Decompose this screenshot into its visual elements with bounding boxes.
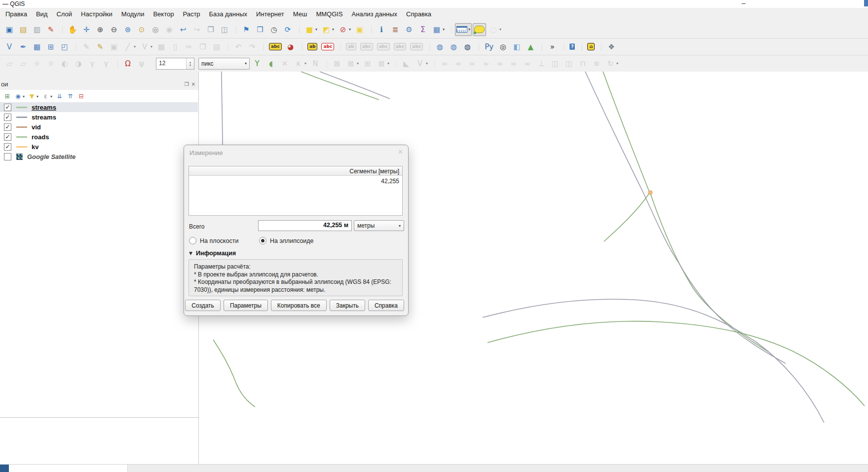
- blob-tool-5-button[interactable]: ∞: [493, 57, 506, 70]
- adv-tool-n-button[interactable]: N: [309, 57, 322, 70]
- zoom-full-button[interactable]: ⊛: [121, 23, 134, 36]
- node-tool-2-button[interactable]: V ▾: [414, 57, 429, 70]
- radio-planimetric[interactable]: На плоскости: [189, 237, 238, 244]
- identify-features-button[interactable]: ℹ: [375, 23, 388, 36]
- layout-manager-button[interactable]: ▥: [31, 23, 43, 36]
- total-value-field[interactable]: 42,255 м: [258, 220, 352, 231]
- layer-item[interactable]: ✓ roads: [0, 132, 198, 142]
- menu-item[interactable]: MMQGIS: [311, 8, 347, 21]
- split-tool-button[interactable]: ⊥: [535, 57, 548, 70]
- help-contents-button[interactable]: ?: [567, 40, 577, 53]
- trace-tool-button[interactable]: ≋: [590, 57, 603, 70]
- search-locator-button[interactable]: ◌ ▾: [487, 23, 503, 36]
- info-collapsible-header[interactable]: ▼ Информация: [189, 250, 236, 257]
- configuration-button[interactable]: Параметры: [224, 300, 268, 311]
- plugin-cad-board-button[interactable]: ▦: [31, 40, 43, 53]
- change-label-button[interactable]: abc: [409, 40, 424, 53]
- dropdown-arrow-icon[interactable]: ▾: [151, 44, 152, 49]
- float-panel-icon[interactable]: ❐: [185, 82, 189, 87]
- layer-checkbox[interactable]: ✓: [4, 143, 11, 151]
- merge-tool-1-button[interactable]: ◫: [549, 57, 562, 70]
- style-manager-button[interactable]: ✎: [44, 23, 57, 36]
- zoom-out-button[interactable]: ⊖: [108, 23, 120, 36]
- menu-item[interactable]: Растр: [178, 8, 204, 21]
- select-features-button[interactable]: ■ ▾: [303, 23, 319, 36]
- adv-tool-k-button[interactable]: κ ▾: [292, 57, 308, 70]
- layer-checkbox[interactable]: ✓: [4, 133, 11, 141]
- help-button[interactable]: Справка: [368, 300, 404, 311]
- filter-by-expression-button[interactable]: ε ▾: [40, 91, 54, 101]
- delete-selected-button[interactable]: ▯: [169, 40, 182, 53]
- menu-item[interactable]: Меш: [289, 8, 312, 21]
- label-highlight-button[interactable]: abc: [320, 40, 336, 53]
- snapping-mode-button[interactable]: ψ: [135, 57, 148, 70]
- web-globe-button[interactable]: ◍: [447, 40, 460, 53]
- current-edits-button[interactable]: ✎: [80, 40, 93, 53]
- new-3d-map-view-button[interactable]: ◫: [218, 23, 231, 36]
- filter-legend-button[interactable]: ▼ ▾: [27, 91, 40, 101]
- processing-toolbox-button[interactable]: ⚙: [403, 23, 415, 36]
- layer-item[interactable]: ✓ vid: [0, 122, 198, 132]
- add-group-button[interactable]: ⊞: [2, 91, 12, 101]
- create-button[interactable]: Создать: [185, 300, 221, 311]
- new-print-layout-button[interactable]: ▤: [17, 23, 30, 36]
- modify-attributes-button[interactable]: ▦: [155, 40, 168, 53]
- adv-digitizing-5-button[interactable]: ◐: [58, 57, 71, 70]
- locator-search[interactable]: [9, 465, 128, 472]
- map-themes-button[interactable]: ❒: [254, 23, 266, 36]
- adv-digitizing-3-button[interactable]: ☼: [31, 57, 43, 70]
- plugin-area-tool-button[interactable]: ⌂: [586, 40, 596, 53]
- checker-1-button[interactable]: ⊠: [331, 57, 343, 70]
- menu-item[interactable]: База данных: [205, 8, 252, 21]
- dropdown-arrow-icon[interactable]: ▾: [387, 61, 389, 66]
- menu-item[interactable]: Интернет: [252, 8, 289, 21]
- dropdown-arrow-icon[interactable]: ▾: [37, 94, 38, 99]
- copy-features-button[interactable]: ❐: [196, 40, 209, 53]
- dropdown-arrow-icon[interactable]: ▾: [443, 27, 445, 32]
- map-swipe-button[interactable]: ◧: [510, 40, 523, 53]
- adv-digitizing-7-button[interactable]: γ: [86, 57, 99, 70]
- georeferencer-button[interactable]: ❖: [605, 40, 618, 53]
- dropdown-arrow-icon[interactable]: ▾: [357, 61, 359, 66]
- minimize-button[interactable]: –: [742, 0, 746, 7]
- manage-map-themes-button[interactable]: ◉ ▾: [13, 91, 26, 101]
- new-map-view-button[interactable]: ❐: [204, 23, 217, 36]
- pan-to-selection-button[interactable]: ✛: [80, 23, 93, 36]
- zoom-to-layer-button[interactable]: ⊙: [135, 23, 148, 36]
- layer-checkbox[interactable]: ✓: [4, 114, 11, 121]
- enable-snapping-button[interactable]: Ω: [121, 57, 134, 70]
- pin-unpin-labels-button[interactable]: ab: [344, 40, 358, 53]
- deselect-features-button[interactable]: ⊘ ▾: [337, 23, 352, 36]
- layer-diagram-button[interactable]: ◕: [284, 40, 297, 53]
- measure-line-button[interactable]: ▾: [455, 23, 472, 36]
- digitize-with-segment-button[interactable]: ╱ ▾: [121, 40, 137, 53]
- statistical-summary-button[interactable]: ≣: [389, 23, 402, 36]
- zoom-next-button[interactable]: ↪: [190, 23, 203, 36]
- layer-item[interactable]: ✓ streams: [0, 102, 198, 112]
- collapse-all-button[interactable]: ⇈: [65, 91, 75, 101]
- gps-tools-button[interactable]: ◎: [496, 40, 509, 53]
- select-by-location-button[interactable]: ▣: [353, 23, 366, 36]
- toolbar-overflow-button[interactable]: »: [546, 40, 559, 53]
- checker-2-button[interactable]: ⊠ ▾: [344, 57, 360, 70]
- plugin-tile-grid-button[interactable]: ⊞: [44, 40, 57, 53]
- zoom-native-button[interactable]: ◉: [163, 23, 176, 36]
- blob-tool-4-button[interactable]: ∞: [480, 57, 492, 70]
- blob-tool-3-button[interactable]: ∞: [466, 57, 479, 70]
- rotate-feature-button[interactable]: ↻ ▾: [604, 57, 620, 70]
- units-combobox[interactable]: метры ▾: [354, 220, 404, 231]
- dropdown-arrow-icon[interactable]: ▾: [349, 27, 351, 32]
- layer-checkbox[interactable]: ✓: [4, 104, 11, 111]
- snapping-on-intersection-button[interactable]: ◖: [264, 57, 277, 70]
- temporal-controller-button[interactable]: ◷: [267, 23, 280, 36]
- dropdown-arrow-icon[interactable]: ▾: [134, 44, 136, 49]
- merge-tool-2-button[interactable]: ◫: [563, 57, 575, 70]
- plugin-vertex-tool-button[interactable]: V: [3, 40, 16, 53]
- map-tips-button[interactable]: [473, 23, 486, 36]
- checker-3-button[interactable]: ⊞: [361, 57, 374, 70]
- layer-item[interactable]: ✓ kv: [0, 142, 198, 152]
- save-layer-edits-button[interactable]: ▣: [108, 40, 120, 53]
- dropdown-arrow-icon[interactable]: ▾: [315, 27, 317, 32]
- layer-labeling-button[interactable]: abc: [267, 40, 283, 53]
- menu-item[interactable]: Анализ данных: [347, 8, 402, 21]
